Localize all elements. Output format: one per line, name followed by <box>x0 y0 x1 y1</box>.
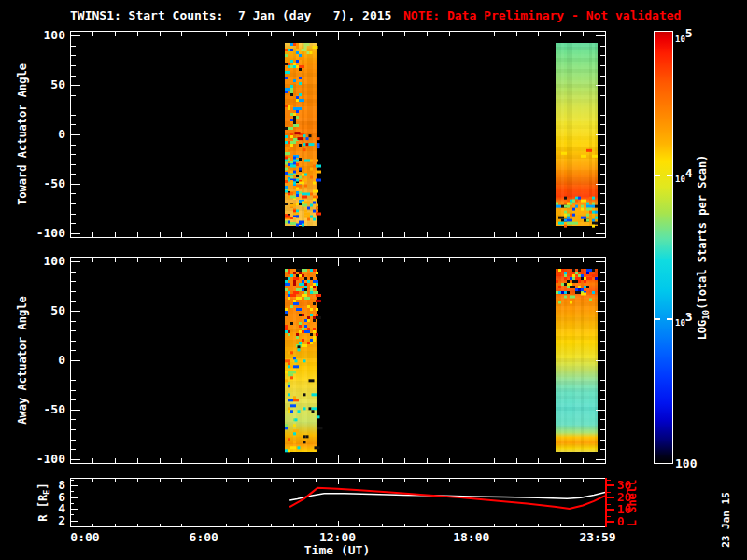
away-ytick-label: -100 <box>26 452 65 466</box>
colorbar-tick-exponent: 3 <box>685 310 693 324</box>
time-axis-title: Time (UT) <box>304 543 370 557</box>
time-xtick-label: 0:00 <box>52 530 118 544</box>
toward-ytick-label: 100 <box>26 28 65 42</box>
colorbar-title-main: LOG <box>696 320 709 341</box>
toward-ytick-label: -50 <box>26 176 65 190</box>
colorbar-tick-label: 100 <box>675 456 697 470</box>
toward-ytick-label: -100 <box>26 226 65 240</box>
colorbar-tick-base: 10 <box>675 318 685 328</box>
colorbar-tick-label: 105 <box>675 26 693 45</box>
away-ytick-label: -50 <box>26 402 65 416</box>
time-xtick-label: 12:00 <box>305 530 371 544</box>
colorbar-title-subscript: 10 <box>701 310 711 320</box>
time-xtick-label: 23:59 <box>565 530 630 544</box>
away-ytick-label: 50 <box>26 303 65 317</box>
toward-ytick-label: 0 <box>26 127 65 141</box>
time-xtick-label: 6:00 <box>171 530 236 544</box>
colorbar-title-end: (Total Starts per Scan) <box>696 155 709 310</box>
lshell-ytick-label: 0 <box>617 514 625 528</box>
toward-ytick-label: 50 <box>26 77 65 91</box>
time-xtick-label: 18:00 <box>439 530 504 544</box>
colorbar-gradient <box>654 31 673 464</box>
colorbar-tick-base: 10 <box>675 35 685 44</box>
colorbar-tick-label: 103 <box>675 310 693 329</box>
away-panel-heatmap <box>70 257 606 464</box>
toward-panel-heatmap <box>70 31 606 238</box>
preliminary-note: NOTE: Data Preliminary - Not validated <box>403 8 681 22</box>
colorbar-tick-base: 10 <box>675 175 685 184</box>
r-ytick-label: 2 <box>37 513 65 527</box>
plot-date-stamp: 23 Jan 15 <box>720 492 732 548</box>
plot-container: TWINS1: Start Counts: 7 Jan (day 7), 201… <box>0 0 747 560</box>
colorbar-tick-exponent: 4 <box>685 166 693 180</box>
orbit-line-plot <box>70 478 621 530</box>
away-ytick-label: 100 <box>26 254 65 268</box>
colorbar-axis-title: LOG10(Total Starts per Scan) <box>696 155 711 341</box>
colorbar-tick-label: 104 <box>675 166 693 185</box>
plot-title: TWINS1: Start Counts: 7 Jan (day 7), 201… <box>70 8 391 22</box>
colorbar-tick-exponent: 5 <box>685 26 693 40</box>
away-ytick-label: 0 <box>26 353 65 367</box>
